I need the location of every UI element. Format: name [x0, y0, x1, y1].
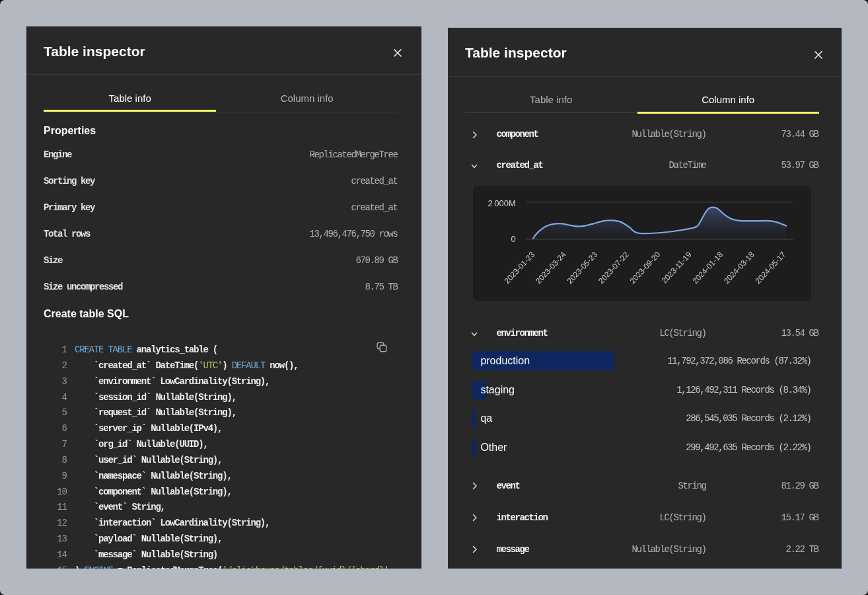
- svg-text:2023-05-23: 2023-05-23: [565, 249, 599, 285]
- svg-text:2024-03-18: 2024-03-18: [722, 249, 756, 285]
- svg-text:2023-03-24: 2023-03-24: [534, 249, 568, 285]
- svg-text:2023-11-19: 2023-11-19: [659, 249, 693, 285]
- svg-text:2024-05-17: 2024-05-17: [753, 249, 787, 285]
- svg-text:2023-07-22: 2023-07-22: [597, 249, 631, 285]
- svg-text:2023-01-23: 2023-01-23: [502, 249, 536, 285]
- svg-text:2023-09-20: 2023-09-20: [628, 249, 662, 285]
- svg-text:2024-01-18: 2024-01-18: [690, 249, 725, 285]
